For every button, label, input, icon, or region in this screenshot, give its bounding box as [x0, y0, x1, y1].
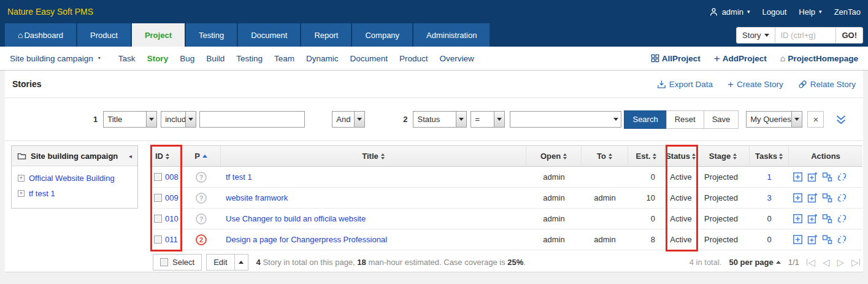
- value-1-input[interactable]: [199, 111, 305, 128]
- logout-link[interactable]: Logout: [762, 7, 787, 17]
- tab-report[interactable]: Report: [301, 23, 351, 47]
- save-button[interactable]: Save: [704, 110, 739, 129]
- column-header-to[interactable]: To: [582, 146, 628, 166]
- tree-item-tf-test-1[interactable]: + tf test 1: [18, 189, 131, 198]
- row-checkbox[interactable]: [154, 215, 162, 223]
- tab-project[interactable]: Project: [132, 23, 185, 47]
- row-checkbox[interactable]: [154, 173, 162, 181]
- help-menu[interactable]: Help ▾: [799, 7, 821, 17]
- tab-dashboard[interactable]: ⌂ Dashboard: [5, 23, 76, 47]
- tab-administration[interactable]: Administration: [413, 23, 490, 47]
- column-header-title[interactable]: Title: [221, 146, 526, 166]
- operator-1-select[interactable]: includir: [161, 111, 196, 128]
- close-search-button[interactable]: ×: [807, 111, 824, 128]
- edit-dropdown-toggle[interactable]: [235, 254, 248, 271]
- value-2-select[interactable]: [510, 111, 621, 128]
- subnav-item-testing[interactable]: Testing: [236, 54, 263, 63]
- subnav-item-bug[interactable]: Bug: [180, 54, 194, 63]
- story-id-link[interactable]: 011: [165, 235, 178, 244]
- unlink-story-icon[interactable]: [837, 172, 847, 182]
- tasks-count-link[interactable]: 3: [767, 193, 771, 202]
- tasks-count-link[interactable]: 1: [767, 172, 771, 182]
- relate-story-link[interactable]: Relate Story: [798, 79, 856, 90]
- create-task-icon[interactable]: [793, 234, 803, 245]
- edit-button[interactable]: Edit: [206, 254, 234, 271]
- column-header-open[interactable]: Open: [526, 146, 582, 166]
- search-button[interactable]: Search: [624, 110, 666, 129]
- subnav-item-overview[interactable]: Overview: [440, 54, 474, 63]
- column-header-est[interactable]: Est.: [628, 146, 665, 166]
- per-page-select[interactable]: 50 per page: [729, 258, 780, 267]
- subnav-item-team[interactable]: Team: [274, 54, 294, 63]
- prev-page-button[interactable]: ◁: [823, 258, 830, 267]
- select-all-button[interactable]: Select: [153, 254, 202, 271]
- unlink-story-icon[interactable]: [837, 193, 847, 203]
- subnav-item-dynamic[interactable]: Dynamic: [306, 54, 339, 63]
- tree-item-official-website-building[interactable]: + Official Website Building: [18, 174, 131, 183]
- user-menu[interactable]: admin ▾: [709, 7, 750, 17]
- field-1-select[interactable]: Title: [103, 111, 157, 128]
- batch-create-task-icon[interactable]: [807, 213, 818, 224]
- operator-2-select[interactable]: =: [470, 111, 505, 128]
- batch-create-task-icon[interactable]: [807, 193, 818, 203]
- expand-icon[interactable]: +: [18, 175, 25, 182]
- tab-testing[interactable]: Testing: [186, 23, 237, 47]
- story-title-link[interactable]: Use Changer to build an officila website: [226, 214, 366, 223]
- expand-icon[interactable]: +: [18, 190, 25, 197]
- create-task-icon[interactable]: [793, 172, 803, 182]
- subnav-item-task[interactable]: Task: [118, 54, 136, 63]
- column-header-priority[interactable]: P: [182, 146, 221, 166]
- column-header-status[interactable]: Status: [665, 146, 697, 166]
- last-page-button[interactable]: ▷: [851, 258, 860, 267]
- opened-by: admin: [526, 172, 582, 182]
- first-page-button[interactable]: ◁: [807, 258, 815, 267]
- row-checkbox[interactable]: [154, 236, 162, 244]
- go-button[interactable]: GO!: [835, 28, 862, 43]
- subdivide-story-icon[interactable]: [822, 193, 832, 203]
- unlink-story-icon[interactable]: [837, 234, 847, 245]
- create-task-icon[interactable]: [793, 213, 803, 224]
- subnav-item-story[interactable]: Story: [147, 54, 169, 63]
- next-page-button[interactable]: ▷: [837, 258, 844, 267]
- tab-product[interactable]: Product: [77, 23, 131, 47]
- batch-create-task-icon[interactable]: [807, 172, 818, 182]
- subdivide-story-icon[interactable]: [822, 213, 832, 224]
- create-story-link[interactable]: + Create Story: [728, 79, 783, 90]
- subnav-item-document[interactable]: Document: [350, 54, 388, 63]
- project-homepage-link[interactable]: ⌂ ProjectHomepage: [780, 53, 858, 63]
- toggle-search-chevron[interactable]: [835, 115, 847, 125]
- story-id-link[interactable]: 008: [165, 172, 179, 182]
- column-header-id[interactable]: ID: [150, 146, 182, 166]
- tab-company[interactable]: Company: [352, 23, 412, 47]
- export-data-link[interactable]: Export Data: [657, 79, 713, 90]
- select-all-checkbox[interactable]: [160, 258, 168, 266]
- my-queries-select[interactable]: My Queries: [746, 111, 802, 128]
- story-title-link[interactable]: website framwork: [226, 193, 288, 202]
- all-project-link[interactable]: AllProject: [651, 54, 701, 63]
- create-task-icon[interactable]: [793, 193, 803, 203]
- subdivide-story-icon[interactable]: [822, 234, 832, 245]
- field-2-select[interactable]: Status: [413, 111, 467, 128]
- row-checkbox[interactable]: [154, 194, 162, 202]
- top-bar-right: admin ▾ Logout Help ▾ ZenTao: [709, 7, 861, 17]
- story-title-link[interactable]: tf test 1: [226, 172, 252, 182]
- subnav-item-build[interactable]: Build: [206, 54, 225, 63]
- project-selector[interactable]: Site building campaign ▾: [10, 54, 101, 63]
- column-header-tasks[interactable]: Tasks: [750, 146, 789, 166]
- zentao-link[interactable]: ZenTao: [834, 7, 861, 17]
- subnav-item-product[interactable]: Product: [399, 54, 428, 63]
- add-project-link[interactable]: + AddProject: [714, 53, 767, 64]
- reset-button[interactable]: Reset: [666, 110, 704, 129]
- collapse-sidebar-icon[interactable]: ◂: [129, 153, 132, 159]
- id-search-input[interactable]: [775, 28, 835, 43]
- tab-document[interactable]: Document: [238, 23, 300, 47]
- story-title-link[interactable]: Design a page for Changerpress Professio…: [226, 235, 387, 244]
- story-id-link[interactable]: 009: [165, 193, 179, 202]
- column-header-stage[interactable]: Stage: [697, 146, 750, 166]
- unlink-story-icon[interactable]: [837, 213, 847, 224]
- search-module-select[interactable]: Story: [737, 28, 775, 43]
- subdivide-story-icon[interactable]: [822, 172, 832, 182]
- batch-create-task-icon[interactable]: [807, 234, 818, 245]
- story-id-link[interactable]: 010: [165, 214, 179, 223]
- and-or-select[interactable]: And: [332, 111, 365, 128]
